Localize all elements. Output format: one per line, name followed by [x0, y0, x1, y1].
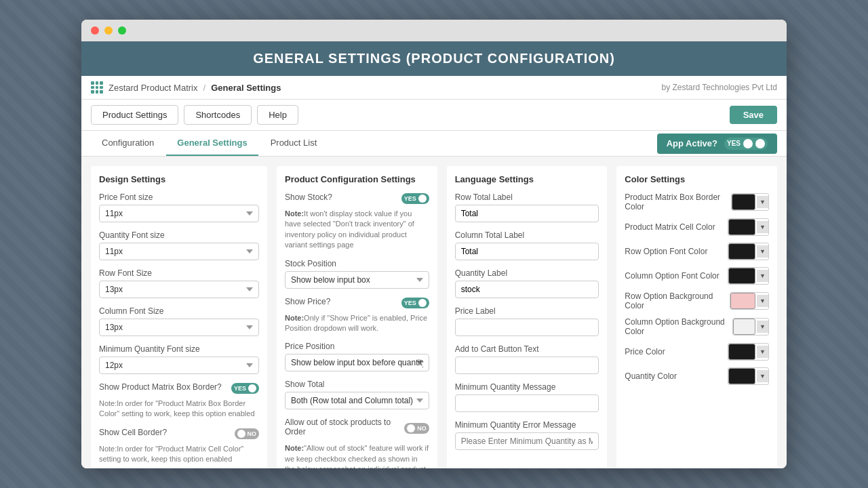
- maximize-dot[interactable]: [118, 26, 126, 35]
- shortcodes-button[interactable]: Shortcodes: [184, 105, 252, 125]
- min-qty-message-group: Minimum Quantity Message: [455, 382, 599, 412]
- minimize-dot[interactable]: [104, 26, 113, 35]
- min-qty-message-input[interactable]: [455, 394, 599, 412]
- column-font-size-select[interactable]: 13px: [99, 319, 259, 336]
- page-title: GENERAL SETTINGS (PRODUCT CONFIGURATION): [95, 51, 773, 66]
- tab-configuration[interactable]: Configuration: [91, 131, 165, 156]
- min-qty-font-size-label: Minimum Quantity Font size: [99, 344, 259, 354]
- save-button[interactable]: Save: [730, 106, 777, 124]
- price-position-group: Price Position Show below input box befo…: [285, 342, 429, 371]
- color-swatch-1: [728, 219, 755, 235]
- row-total-label-group: Row Total Label: [455, 192, 599, 222]
- color-label-4: Row Option Background Color: [625, 291, 730, 310]
- main-content: Design Settings Price Font size 11px Qua…: [81, 157, 787, 468]
- window-titlebar: [81, 20, 787, 41]
- show-total-label: Show Total: [285, 380, 429, 389]
- show-stock-toggle[interactable]: YES: [401, 193, 429, 204]
- show-stock-note: Note:It won't display stock value if you…: [285, 209, 429, 251]
- toolbar-left: Product Settings Shortcodes Help: [91, 105, 298, 125]
- toggle-knob: [237, 430, 245, 438]
- help-button[interactable]: Help: [257, 105, 298, 125]
- color-row-2: Row Option Font Color ▼: [625, 243, 769, 260]
- row-font-size-select[interactable]: 13px: [99, 281, 259, 298]
- column-font-size-label: Column Font Size: [99, 306, 259, 316]
- color-row-5: Column Option Background Color ▼: [625, 317, 769, 336]
- product-config-panel: Product Configuration Settings Show Stoc…: [277, 166, 437, 468]
- quantity-font-size-select[interactable]: 11px: [99, 243, 259, 260]
- color-picker-3[interactable]: ▼: [728, 267, 769, 285]
- toolbar: Product Settings Shortcodes Help Save: [81, 100, 787, 131]
- color-picker-arrow-0: ▼: [757, 196, 768, 208]
- tab-product-list[interactable]: Product List: [260, 131, 328, 156]
- color-label-1: Product Matrix Cell Color: [625, 222, 715, 232]
- color-row-7: Quantity Color ▼: [625, 367, 769, 385]
- price-label-group: Price Label: [455, 306, 599, 336]
- color-swatch-7: [728, 368, 755, 384]
- breadcrumb-separator: /: [203, 83, 206, 93]
- column-total-label-input[interactable]: [455, 243, 599, 260]
- show-cell-border-label: Show Cell Border?: [99, 428, 167, 437]
- color-swatch-4: [730, 293, 755, 309]
- show-box-border-toggle[interactable]: YES: [231, 383, 259, 394]
- color-row-4: Row Option Background Color ▼: [625, 291, 769, 310]
- app-active-badge: App Active? YES: [657, 134, 777, 154]
- add-to-cart-text-input[interactable]: [455, 357, 599, 374]
- color-picker-7[interactable]: ▼: [728, 367, 769, 385]
- color-label-2: Row Option Font Color: [625, 247, 707, 256]
- color-row-0: Product Matrix Box Border Color ▼: [625, 192, 769, 211]
- color-swatch-6: [728, 344, 755, 360]
- color-picker-arrow-6: ▼: [757, 346, 768, 358]
- app-active-label: App Active?: [667, 138, 717, 148]
- current-page: General Settings: [211, 83, 281, 93]
- min-qty-font-size-select[interactable]: 12px: [99, 357, 259, 374]
- color-picker-6[interactable]: ▼: [728, 343, 769, 361]
- color-picker-arrow-5: ▼: [757, 321, 768, 333]
- color-picker-2[interactable]: ▼: [728, 243, 769, 260]
- color-picker-arrow-2: ▼: [757, 245, 768, 258]
- allow-out-of-stock-toggle[interactable]: NO: [404, 423, 429, 434]
- quantity-font-size-label: Quantity Font size: [99, 230, 259, 240]
- color-picker-5[interactable]: ▼: [732, 318, 769, 336]
- stock-position-select[interactable]: Show below input box: [285, 271, 429, 289]
- quantity-label-input[interactable]: [455, 281, 599, 298]
- row-total-label-input[interactable]: [455, 205, 599, 222]
- allow-out-of-stock-label: Allow out of stock products to Order: [285, 418, 404, 436]
- min-qty-error-input[interactable]: [455, 432, 599, 450]
- quantity-label-label: Quantity Label: [455, 268, 599, 278]
- price-position-select[interactable]: Show below input box before quantity: [285, 354, 429, 371]
- show-cell-border-row: Show Cell Border? NO: [99, 428, 259, 440]
- color-label-5: Column Option Background Color: [625, 317, 732, 336]
- color-picker-arrow-4: ▼: [757, 295, 768, 307]
- stock-position-group: Stock Position Show below input box: [285, 259, 429, 289]
- color-row-1: Product Matrix Cell Color ▼: [625, 218, 769, 236]
- color-row-3: Column Option Font Color ▼: [625, 267, 769, 285]
- tab-general-settings[interactable]: General Settings: [166, 131, 258, 156]
- price-position-label: Price Position: [285, 342, 429, 351]
- show-total-group: Show Total Both (Row total and Column to…: [285, 380, 429, 409]
- color-picker-1[interactable]: ▼: [728, 218, 769, 236]
- plugin-bar: Zestard Product Matrix / General Setting…: [81, 76, 787, 100]
- product-settings-button[interactable]: Product Settings: [91, 105, 178, 125]
- color-swatch-3: [728, 268, 755, 284]
- plugin-name: Zestard Product Matrix: [108, 83, 198, 93]
- plugin-bar-by: by Zestard Technologies Pvt Ltd: [661, 83, 777, 92]
- price-font-size-select[interactable]: 11px: [99, 205, 259, 222]
- add-to-cart-text-group: Add to Cart Button Text: [455, 344, 599, 374]
- quantity-font-size-group: Quantity Font size 11px: [99, 230, 259, 260]
- language-settings-panel: Language Settings Row Total Label Column…: [447, 166, 608, 468]
- show-cell-border-note: Note:In order for "Product Matrix Cell C…: [99, 444, 259, 465]
- toggle-knob: [418, 195, 427, 203]
- color-label-6: Price Color: [625, 347, 665, 357]
- show-price-toggle[interactable]: YES: [401, 298, 429, 308]
- color-picker-0[interactable]: ▼: [731, 193, 769, 211]
- design-settings-title: Design Settings: [99, 174, 259, 184]
- close-dot[interactable]: [91, 26, 99, 35]
- color-picker-4[interactable]: ▼: [730, 292, 769, 310]
- app-active-toggle[interactable]: YES: [724, 138, 768, 150]
- toggle-knob: [407, 424, 415, 432]
- show-box-border-row: Show Product Matrix Box Border? YES: [99, 382, 259, 394]
- show-total-select[interactable]: Both (Row total and Column total): [285, 392, 429, 409]
- show-cell-border-toggle[interactable]: NO: [235, 428, 260, 439]
- color-picker-arrow-3: ▼: [757, 270, 768, 282]
- price-label-input[interactable]: [455, 319, 599, 336]
